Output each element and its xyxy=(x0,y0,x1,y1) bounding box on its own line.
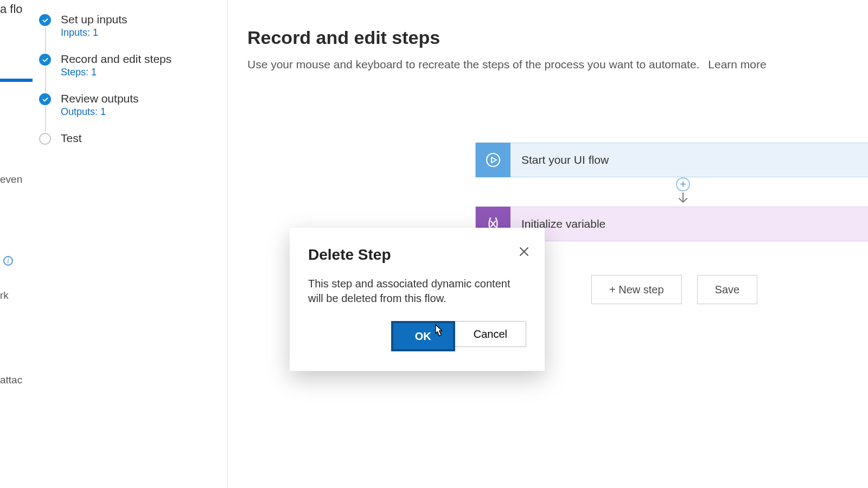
rail-frag-rk: rk xyxy=(0,290,33,301)
rail-frag-title: a flo xyxy=(0,2,33,16)
rail-accent xyxy=(0,79,33,82)
step-title: Review outputs xyxy=(61,92,139,105)
page-title: Record and edit steps xyxy=(247,27,868,48)
rail-frag-even: even xyxy=(0,174,33,185)
info-icon: i xyxy=(3,256,13,266)
svg-point-0 xyxy=(487,153,500,166)
step-setup-inputs[interactable]: Set up inputs Inputs: 1 xyxy=(36,8,227,47)
new-step-button[interactable]: + New step xyxy=(591,275,682,304)
action-row: + New step Save xyxy=(591,275,757,304)
flow-card-start[interactable]: Start your UI flow xyxy=(475,143,868,177)
dialog-title: Delete Step xyxy=(308,246,526,264)
delete-step-dialog: Delete Step This step and associated dyn… xyxy=(290,228,545,371)
save-button[interactable]: Save xyxy=(697,275,758,304)
step-title: Set up inputs xyxy=(61,13,127,26)
left-rail: a flo even i rk attac xyxy=(0,0,33,488)
step-subtitle: Outputs: 1 xyxy=(61,106,139,118)
step-title: Test xyxy=(61,132,82,145)
ok-button[interactable]: OK xyxy=(391,321,455,351)
play-icon xyxy=(476,143,510,177)
learn-more-link[interactable]: Learn more xyxy=(708,58,766,70)
arrow-down-icon xyxy=(677,192,689,206)
dialog-body: This step and associated dynamic content… xyxy=(308,277,526,306)
check-icon xyxy=(39,14,51,26)
steps-sidebar: Set up inputs Inputs: 1 Record and edit … xyxy=(33,0,228,488)
check-icon xyxy=(39,93,51,105)
plus-icon[interactable]: + xyxy=(676,177,690,191)
flow-card-label: Start your UI flow xyxy=(510,153,609,166)
step-record-edit[interactable]: Record and edit steps Steps: 1 xyxy=(36,47,227,87)
page-desc-text: Use your mouse and keyboard to recreate … xyxy=(247,58,699,70)
cancel-button[interactable]: Cancel xyxy=(455,321,526,347)
step-subtitle: Inputs: 1 xyxy=(61,27,127,38)
check-icon xyxy=(39,54,51,66)
step-test[interactable]: Test xyxy=(36,126,227,153)
close-icon[interactable] xyxy=(516,244,532,259)
flow-connector: + xyxy=(676,177,690,206)
circle-empty-icon xyxy=(39,133,51,145)
step-title: Record and edit steps xyxy=(61,53,171,66)
step-subtitle: Steps: 1 xyxy=(61,67,171,78)
rail-frag-attac: attac xyxy=(0,374,33,386)
page-description: Use your mouse and keyboard to recreate … xyxy=(247,58,868,71)
step-review-outputs[interactable]: Review outputs Outputs: 1 xyxy=(36,87,227,126)
